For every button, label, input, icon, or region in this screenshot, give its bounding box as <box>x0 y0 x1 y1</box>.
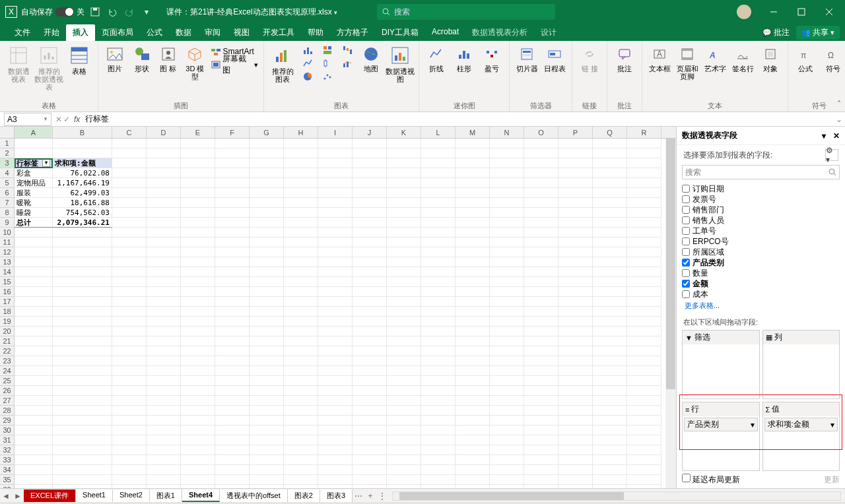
cell[interactable] <box>490 257 524 267</box>
cell[interactable] <box>627 465 661 475</box>
column-header[interactable]: G <box>250 127 284 138</box>
cell[interactable] <box>250 327 284 336</box>
cell[interactable] <box>524 277 558 287</box>
column-header[interactable]: C <box>112 127 147 138</box>
cell[interactable] <box>353 297 387 307</box>
cell[interactable] <box>353 158 387 168</box>
cell[interactable] <box>387 386 421 396</box>
row-header[interactable]: 1 <box>0 139 15 148</box>
cell[interactable] <box>593 287 627 297</box>
cell[interactable] <box>524 465 558 475</box>
cell[interactable] <box>15 317 53 327</box>
cell[interactable] <box>387 416 421 425</box>
cell[interactable] <box>627 208 661 218</box>
cell[interactable] <box>284 237 318 247</box>
column-header[interactable]: A <box>15 127 53 138</box>
cell[interactable] <box>490 406 524 416</box>
cell[interactable] <box>387 148 421 158</box>
row-header[interactable]: 34 <box>0 465 15 475</box>
cell[interactable] <box>558 267 593 277</box>
textbox-button[interactable]: A文本框 <box>646 44 673 73</box>
cell[interactable] <box>558 158 593 168</box>
row-header[interactable]: 24 <box>0 366 15 376</box>
row-header[interactable]: 35 <box>0 475 15 485</box>
cell[interactable] <box>147 317 181 327</box>
cell[interactable] <box>421 208 456 218</box>
cell[interactable] <box>593 416 627 425</box>
cell[interactable] <box>15 346 53 356</box>
recommended-pivot-button[interactable]: 推荐的 数据透视表 <box>34 44 63 91</box>
tab-帮助[interactable]: 帮助 <box>301 24 330 41</box>
cell[interactable] <box>250 257 284 267</box>
cell[interactable] <box>284 148 318 158</box>
cell[interactable] <box>593 356 627 366</box>
cell[interactable] <box>147 148 181 158</box>
column-header[interactable]: N <box>490 127 524 138</box>
cell[interactable] <box>318 168 353 178</box>
cell[interactable] <box>627 406 661 416</box>
cell[interactable] <box>490 247 524 257</box>
cell[interactable] <box>387 356 421 366</box>
field-search-input[interactable]: 搜索 <box>682 165 840 179</box>
cell[interactable] <box>456 257 490 267</box>
cell[interactable] <box>181 307 215 317</box>
cell[interactable] <box>387 277 421 287</box>
cell[interactable]: 行标签▾ <box>15 158 53 168</box>
cell[interactable] <box>15 228 53 237</box>
column-chart-icon[interactable] <box>298 44 317 57</box>
tab-DIY工具箱[interactable]: DIY工具箱 <box>375 24 425 41</box>
cell[interactable] <box>456 445 490 455</box>
cell[interactable] <box>490 346 524 356</box>
cell[interactable] <box>284 425 318 435</box>
field-checkbox[interactable]: 销售人员 <box>682 215 840 226</box>
cell[interactable] <box>112 485 147 488</box>
cell[interactable] <box>524 386 558 396</box>
cell[interactable] <box>284 445 318 455</box>
row-header[interactable]: 29 <box>0 416 15 425</box>
row-header[interactable]: 32 <box>0 445 15 455</box>
symbol-button[interactable]: Ω符号 <box>820 44 845 73</box>
cell[interactable] <box>524 346 558 356</box>
cell[interactable] <box>284 435 318 445</box>
field-checkbox[interactable]: 工单号 <box>682 226 840 236</box>
cell[interactable] <box>456 435 490 445</box>
cell[interactable] <box>318 158 353 168</box>
cell[interactable] <box>421 257 456 267</box>
tab-开始[interactable]: 开始 <box>37 24 66 41</box>
cell[interactable] <box>421 425 456 435</box>
cell[interactable] <box>112 277 147 287</box>
tab-数据[interactable]: 数据 <box>169 24 198 41</box>
cell[interactable] <box>15 277 53 287</box>
row-header[interactable]: 16 <box>0 287 15 297</box>
cell[interactable] <box>284 396 318 406</box>
row-header[interactable]: 4 <box>0 168 15 178</box>
cell[interactable] <box>284 218 318 228</box>
cell[interactable] <box>147 346 181 356</box>
cell[interactable] <box>627 356 661 366</box>
cell[interactable] <box>215 356 250 366</box>
cell[interactable] <box>250 139 284 148</box>
cell[interactable] <box>147 218 181 228</box>
cell[interactable] <box>15 307 53 317</box>
cell[interactable] <box>593 317 627 327</box>
tab-Acrobat[interactable]: Acrobat <box>425 24 465 41</box>
cell[interactable] <box>318 287 353 297</box>
cell[interactable] <box>112 366 147 376</box>
cell[interactable] <box>53 455 112 465</box>
cell[interactable] <box>421 336 456 346</box>
cell[interactable] <box>112 287 147 297</box>
cell[interactable] <box>558 168 593 178</box>
cell[interactable] <box>215 287 250 297</box>
cell[interactable] <box>215 307 250 317</box>
field-list[interactable]: 订购日期发票号销售部门销售人员工单号ERPCO号所属区域产品类别数量金额成本 <box>677 183 845 299</box>
cell[interactable] <box>593 257 627 267</box>
cell[interactable] <box>181 257 215 267</box>
cell[interactable] <box>490 465 524 475</box>
cell[interactable] <box>112 139 147 148</box>
cell[interactable] <box>112 307 147 317</box>
cell[interactable] <box>627 287 661 297</box>
cell[interactable] <box>318 208 353 218</box>
cell[interactable] <box>215 406 250 416</box>
update-button[interactable]: 更新 <box>824 474 840 486</box>
cell[interactable] <box>353 148 387 158</box>
